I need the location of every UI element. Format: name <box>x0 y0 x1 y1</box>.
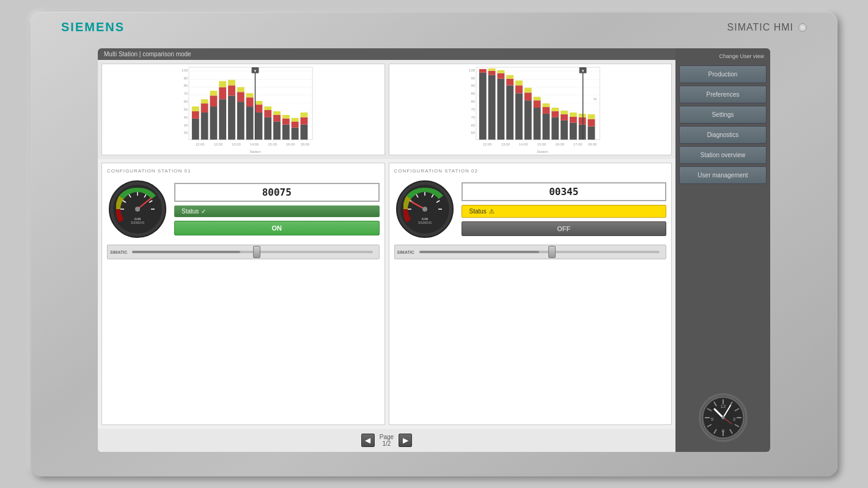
svg-text:90: 90 <box>471 84 475 87</box>
station1-status-label: Status <box>182 208 199 215</box>
sidebar-btn-user-management-label: User management <box>697 172 748 179</box>
svg-text:15:00: 15:00 <box>268 142 277 146</box>
svg-rect-111 <box>551 108 559 111</box>
svg-text:12:00: 12:00 <box>196 142 205 146</box>
sidebar-btn-preferences[interactable]: Preferences <box>679 86 767 103</box>
svg-rect-115 <box>569 123 576 140</box>
svg-text:40: 40 <box>183 116 188 119</box>
sidebar-btn-production[interactable]: Production <box>679 65 767 83</box>
svg-rect-91 <box>497 79 504 140</box>
station1-right: 80075 Status ✓ ON <box>174 183 380 235</box>
station1-slider-thumb[interactable] <box>253 246 260 258</box>
svg-rect-93 <box>497 70 504 73</box>
svg-rect-20 <box>192 106 199 111</box>
svg-text:3: 3 <box>732 416 735 422</box>
svg-text:85: 85 <box>471 92 475 95</box>
svg-rect-19 <box>192 111 199 119</box>
sidebar-btn-settings[interactable]: Settings <box>679 106 767 124</box>
svg-text:16:00: 16:00 <box>555 142 564 146</box>
svg-text:20: 20 <box>183 131 188 135</box>
svg-rect-87 <box>479 69 486 73</box>
svg-rect-45 <box>273 122 281 140</box>
svg-rect-98 <box>515 86 523 94</box>
station2-bottom: SIMATIC <box>394 245 667 259</box>
svg-rect-44 <box>264 106 271 110</box>
svg-rect-22 <box>201 103 208 113</box>
svg-rect-52 <box>292 122 299 128</box>
sidebar-btn-settings-label: Settings <box>712 111 734 118</box>
svg-text:80: 80 <box>471 100 475 103</box>
svg-rect-28 <box>219 87 226 99</box>
svg-point-184 <box>721 416 724 420</box>
svg-text:12:00: 12:00 <box>482 142 491 146</box>
svg-text:30: 30 <box>183 124 188 127</box>
svg-text:75: 75 <box>471 108 475 111</box>
station1-check-icon: ✓ <box>201 208 206 215</box>
sidebar-btn-diagnostics[interactable]: Diagnostics <box>679 126 767 144</box>
next-page-button[interactable]: ▶ <box>399 434 412 447</box>
svg-rect-97 <box>515 93 523 139</box>
station2-title: CONFIGURATION STATION 02 <box>394 168 667 174</box>
hmi-indicator-dot <box>798 23 807 32</box>
station2-warning-icon: ⚠ <box>489 208 495 215</box>
station1-content: AHN SIEMENS 80075 Status ✓ ON <box>107 179 380 240</box>
svg-rect-108 <box>542 103 550 107</box>
sidebar-btn-user-management[interactable]: User management <box>679 166 767 184</box>
svg-rect-33 <box>237 102 245 139</box>
svg-text:16:00: 16:00 <box>286 142 295 146</box>
station2-status-label: Status <box>469 208 487 215</box>
svg-point-161 <box>422 207 427 212</box>
svg-text:6: 6 <box>721 428 724 434</box>
svg-rect-41 <box>255 101 262 105</box>
station2-off-button[interactable]: OFF <box>462 221 667 236</box>
station1-on-button[interactable]: ON <box>174 221 380 235</box>
svg-rect-113 <box>561 114 568 120</box>
svg-rect-40 <box>255 105 262 113</box>
clock-container: 12 3 6 9 <box>679 387 767 448</box>
prev-page-button[interactable]: ◀ <box>361 434 375 447</box>
page-label: Page <box>380 434 394 440</box>
svg-text:17:00: 17:00 <box>573 142 582 146</box>
svg-rect-121 <box>587 127 595 140</box>
svg-rect-55 <box>300 117 307 125</box>
pagination-bar: ◀ Page 1/2 ▶ <box>98 429 675 452</box>
siemens-logo: SIEMENS <box>61 20 125 34</box>
clock-face: 12 3 6 9 <box>699 393 748 442</box>
chart-box-2: 100 95 90 85 80 75 70 65 60 <box>389 64 672 155</box>
station2-slider-thumb[interactable] <box>548 246 556 258</box>
svg-rect-38 <box>246 93 254 97</box>
svg-rect-31 <box>228 86 235 96</box>
svg-text:SIEMENS: SIEMENS <box>417 221 432 224</box>
svg-text:13:00: 13:00 <box>232 142 241 146</box>
clock-svg: 12 3 6 9 <box>701 396 745 440</box>
station2-status-button[interactable]: Status ⚠ <box>462 205 667 218</box>
station2-content: AHN SIEMENS 00345 Status ⚠ OFF <box>394 179 667 240</box>
station1-slider-label: SIMATIC <box>110 250 127 254</box>
svg-text:65: 65 <box>471 124 475 127</box>
station1-slider[interactable]: SIMATIC <box>107 245 380 259</box>
svg-rect-29 <box>219 81 226 87</box>
station1-slider-track <box>132 251 373 253</box>
svg-text:▼: ▼ <box>254 69 257 73</box>
station2-slider-fill <box>419 251 540 253</box>
station-panel-2: CONFIGURATION STATION 02 <box>389 163 672 425</box>
svg-rect-96 <box>506 75 513 79</box>
sidebar-btn-station-overview-label: Station overview <box>701 152 745 158</box>
svg-text:▼: ▼ <box>581 69 584 73</box>
svg-rect-37 <box>246 97 254 106</box>
sidebar-btn-station-overview[interactable]: Station overview <box>679 146 767 164</box>
station1-bottom: SIMATIC <box>107 245 380 259</box>
station2-slider[interactable]: SIMATIC <box>394 245 667 259</box>
titlebar-text: Multi Station | comparison mode <box>104 51 191 57</box>
svg-rect-49 <box>282 119 290 125</box>
station2-slider-track <box>419 251 660 253</box>
svg-rect-34 <box>237 92 245 102</box>
svg-rect-106 <box>542 114 550 139</box>
svg-rect-51 <box>292 128 299 140</box>
chart-svg-1: 100 90 80 70 60 50 40 30 20 <box>102 64 384 155</box>
svg-rect-92 <box>497 73 504 79</box>
svg-rect-120 <box>578 114 586 117</box>
station2-gauge: AHN SIEMENS <box>394 179 455 240</box>
svg-rect-24 <box>210 106 217 139</box>
station1-status-button[interactable]: Status ✓ <box>174 205 380 217</box>
